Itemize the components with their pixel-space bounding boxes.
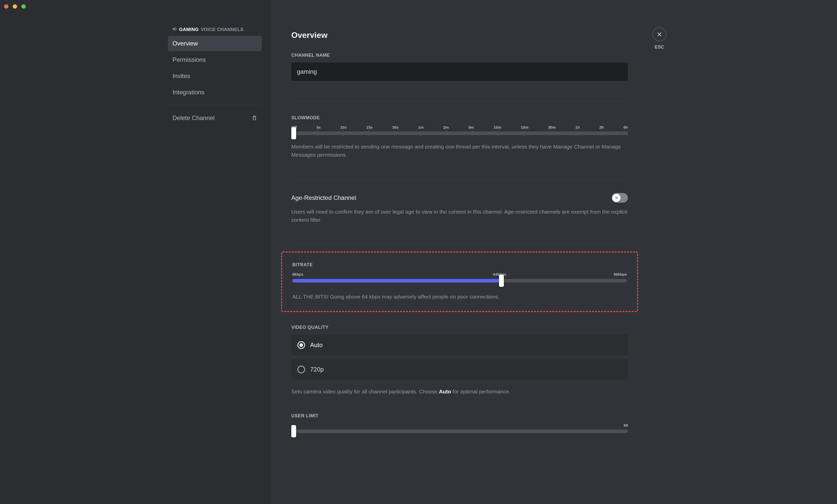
slowmode-tick: 2h <box>599 125 604 129</box>
slowmode-tick: 2m <box>443 125 449 129</box>
sidebar-item-integrations[interactable]: Integrations <box>168 85 262 100</box>
slowmode-tick: 1h <box>575 125 580 129</box>
user-limit-thumb[interactable] <box>291 425 296 437</box>
sidebar-header: GAMING VOICE CHANNELS <box>168 26 262 36</box>
slowmode-label: SLOWMODE <box>291 115 628 121</box>
sidebar-delete-channel[interactable]: Delete Channel <box>168 110 262 126</box>
speaker-icon <box>172 26 177 33</box>
bitrate-label: BITRATE <box>292 262 627 268</box>
radio-icon <box>298 341 305 349</box>
sidebar-category: VOICE CHANNELS <box>201 27 244 32</box>
slowmode-slider[interactable]: Off 5s 10s 15s 30s 1m 2m 5m 10m 15m 30m … <box>291 125 628 135</box>
user-limit-max-label: 99 <box>624 423 628 428</box>
sidebar-delete-label: Delete Channel <box>173 114 214 122</box>
slowmode-tick: 5s <box>317 125 321 129</box>
slowmode-tick: 15s <box>366 125 373 129</box>
slowmode-tick: 30s <box>392 125 399 129</box>
slowmode-tick: 10s <box>340 125 346 129</box>
slowmode-thumb[interactable] <box>291 127 296 139</box>
close-window-dot[interactable] <box>4 4 8 8</box>
close-button[interactable] <box>652 27 666 41</box>
sidebar-item-invites[interactable]: Invites <box>168 68 262 84</box>
minimize-window-dot[interactable] <box>13 4 17 8</box>
user-limit-label: USER LIMIT <box>291 413 628 418</box>
bitrate-fill <box>292 279 501 283</box>
sidebar-item-overview[interactable]: Overview <box>168 36 262 51</box>
close-icon <box>656 31 662 37</box>
slowmode-tick: 6h <box>623 125 628 129</box>
bitrate-min-label: 8kbps <box>292 272 303 276</box>
age-restricted-toggle[interactable] <box>611 193 628 203</box>
video-quality-label: VIDEO QUALITY <box>291 325 628 330</box>
sidebar-item-permissions[interactable]: Permissions <box>168 52 262 67</box>
age-restricted-help: Users will need to confirm they are of o… <box>291 208 628 224</box>
slowmode-tick: 5m <box>468 125 474 129</box>
slowmode-tick: 30m <box>548 125 556 129</box>
bitrate-highlight: BITRATE 8kbps 64kbps 96kbps ALL THE BITS… <box>281 252 638 312</box>
age-restricted-title: Age-Restricted Channel <box>291 194 356 201</box>
window-traffic-lights[interactable] <box>4 4 26 8</box>
x-icon <box>614 196 619 200</box>
toggle-knob <box>612 194 621 202</box>
radio-label: Auto <box>310 342 323 349</box>
slowmode-tick: 15m <box>521 125 529 129</box>
page-title: Overview <box>291 31 628 40</box>
channel-name-input[interactable] <box>291 62 628 81</box>
bitrate-max-label: 96kbps <box>613 272 627 276</box>
maximize-window-dot[interactable] <box>21 4 26 8</box>
sidebar-channel-name: GAMING <box>179 27 199 32</box>
channel-name-label: CHANNEL NAME <box>291 53 628 58</box>
slowmode-tick: 10m <box>494 125 501 129</box>
video-quality-option-auto[interactable]: Auto <box>291 335 628 356</box>
slowmode-help: Members will be restricted to sending on… <box>291 143 628 159</box>
user-limit-slider[interactable] <box>291 430 628 433</box>
video-quality-help: Sets camera video quality for all channe… <box>291 388 628 396</box>
radio-icon <box>298 366 305 373</box>
video-quality-option-720p[interactable]: 720p <box>291 359 628 380</box>
slowmode-tick: 1m <box>418 125 424 129</box>
bitrate-slider[interactable] <box>292 279 627 283</box>
esc-label: ESC <box>655 44 664 50</box>
radio-label: 720p <box>310 366 324 373</box>
bitrate-thumb[interactable] <box>499 275 504 287</box>
sidebar-divider <box>168 105 262 105</box>
trash-icon <box>252 115 257 121</box>
bitrate-help: ALL THE BITS! Going above 64 kbps may ad… <box>292 293 627 301</box>
